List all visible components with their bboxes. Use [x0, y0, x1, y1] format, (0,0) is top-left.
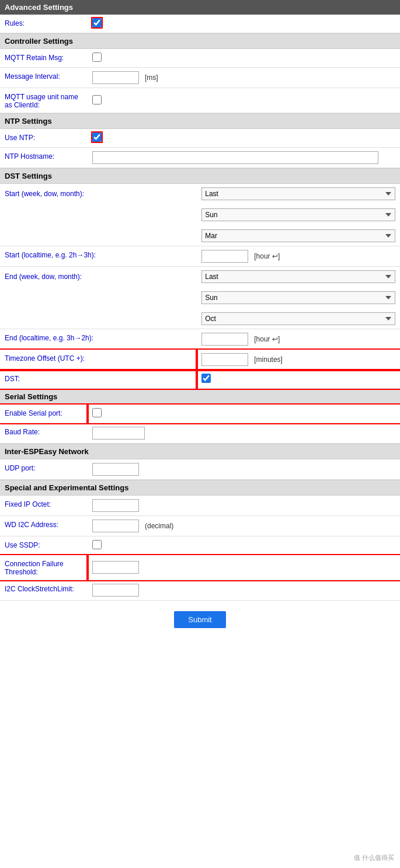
i2c-clock-input[interactable]: 0 — [92, 584, 139, 597]
enable-serial-label: Enable Serial port: — [0, 405, 88, 423]
espeasy-network-header: Inter-ESPEasy Network — [0, 444, 400, 459]
connection-failure-label: Connection Failure Threshold: — [0, 555, 88, 580]
mqtt-usage-checkbox[interactable] — [92, 95, 102, 104]
rules-label: Rules: — [0, 15, 88, 33]
dst-end-dow-select[interactable]: Sun Mon Tue Wed Thu Fri Sat — [201, 291, 395, 304]
fixed-ip-input[interactable]: 0 — [92, 499, 139, 512]
udp-port-input[interactable]: 0 — [92, 463, 139, 476]
advanced-settings-header: Advanced Settings — [0, 0, 400, 15]
dst-start-week-select[interactable]: Last First Second Third Fourth — [201, 187, 395, 200]
controller-settings-header: Controller Settings — [0, 33, 400, 49]
special-settings-header: Special and Experimental Settings — [0, 480, 400, 496]
wd-i2c-input[interactable]: 0 — [92, 520, 139, 532]
baud-rate-input[interactable]: 115200 — [92, 427, 145, 440]
wd-i2c-unit: (decimal) — [145, 522, 173, 530]
use-ssdp-checkbox[interactable] — [92, 540, 102, 549]
enable-serial-checkbox[interactable] — [92, 408, 102, 417]
dst-end-local-input[interactable]: 3 — [201, 333, 248, 346]
submit-row: Submit — [0, 601, 400, 639]
dst-settings-header: DST Settings — [0, 168, 400, 184]
fixed-ip-label: Fixed IP Octet: — [0, 496, 88, 516]
baud-rate-label: Baud Rate: — [0, 423, 88, 444]
dst-enable-checkbox[interactable] — [201, 374, 211, 383]
dst-end-label: End (week, dow, month): — [0, 267, 197, 329]
mqtt-retain-label: MQTT Retain Msg: — [0, 49, 88, 68]
message-interval-input[interactable]: 1000 — [92, 71, 139, 84]
dst-end-week-select[interactable]: Last First Second Third Fourth — [201, 270, 395, 283]
dst-start-month-select[interactable]: Jan Feb Mar Apr May Jun Jul Aug Sep Oct … — [201, 229, 395, 242]
i2c-clock-label: I2C ClockStretchLimit: — [0, 580, 88, 601]
dst-end-local-unit: [hour ↩] — [254, 335, 280, 343]
rules-checkbox[interactable] — [92, 18, 102, 27]
dst-enable-label: DST: — [0, 370, 197, 389]
timezone-offset-unit: [minutes] — [254, 355, 283, 364]
ntp-hostname-input[interactable] — [92, 151, 378, 164]
use-ssdp-label: Use SSDP: — [0, 536, 88, 555]
ntp-hostname-label: NTP Hostname: — [0, 148, 88, 168]
submit-button[interactable]: Submit — [174, 611, 225, 628]
timezone-offset-input[interactable]: 480 — [201, 353, 248, 366]
use-ntp-checkbox[interactable] — [92, 133, 102, 142]
dst-start-local-input[interactable]: 2 — [201, 250, 248, 263]
serial-settings-header: Serial Settings — [0, 389, 400, 405]
connection-failure-input[interactable]: 1 — [92, 561, 139, 574]
wd-i2c-label: WD I2C Address: — [0, 516, 88, 536]
message-interval-unit: [ms] — [145, 74, 158, 82]
dst-start-label: Start (week, dow, month): — [0, 184, 197, 246]
udp-port-label: UDP port: — [0, 459, 88, 480]
dst-end-local-label: End (localtime, e.g. 3h→2h): — [0, 329, 197, 350]
use-ntp-label: Use NTP: — [0, 129, 88, 148]
dst-end-month-select[interactable]: Jan Feb Mar Apr May Jun Jul Aug Sep Oct … — [201, 312, 395, 325]
mqtt-usage-label: MQTT usage unit name as ClientId: — [0, 88, 88, 113]
timezone-offset-label: Timezone Offset (UTC +): — [0, 350, 197, 370]
ntp-settings-header: NTP Settings — [0, 113, 400, 129]
message-interval-label: Message Interval: — [0, 68, 88, 88]
dst-start-dow-select[interactable]: Sun Mon Tue Wed Thu Fri Sat — [201, 208, 395, 221]
mqtt-retain-checkbox[interactable] — [92, 53, 102, 62]
dst-start-local-unit: [hour ↩] — [254, 252, 280, 260]
dst-start-local-label: Start (localtime, e.g. 2h→3h): — [0, 246, 197, 267]
